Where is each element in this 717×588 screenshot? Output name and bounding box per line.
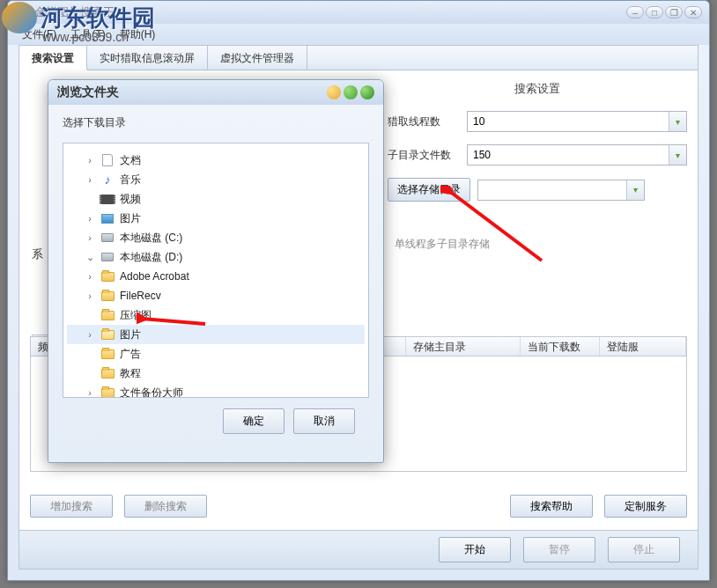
dialog-label: 选择下载目录 — [63, 115, 369, 130]
expander-icon[interactable]: › — [85, 329, 95, 340]
expander-icon[interactable]: › — [85, 232, 95, 243]
tree-item[interactable]: ›文档 — [67, 151, 365, 170]
add-search-button[interactable]: 增加搜索 — [30, 495, 113, 518]
settings-title: 搜索设置 — [388, 81, 687, 97]
dialog-title: 浏览文件夹 — [57, 85, 327, 100]
tree-item[interactable]: ›FileRecv — [67, 286, 365, 305]
tree-item-label: 视频 — [120, 192, 141, 207]
tree-item[interactable]: ›♪音乐 — [67, 170, 365, 189]
tree-item-label: 本地磁盘 (C:) — [120, 231, 182, 246]
min-button[interactable]: – — [626, 6, 644, 18]
tree-item-label: 压缩图 — [120, 308, 152, 323]
expander-icon[interactable]: › — [85, 387, 95, 398]
subdirs-input[interactable] — [468, 145, 669, 165]
disk-icon — [100, 250, 115, 264]
menu-tools[interactable]: 工具(T) — [65, 26, 110, 44]
vid-icon — [100, 192, 115, 206]
tree-item[interactable]: 广告 — [67, 344, 365, 364]
tree-item-label: 文件备份大师 — [120, 386, 183, 399]
menubar: 文件(F) 工具(T) 帮助(H) — [8, 24, 709, 45]
folder-icon — [100, 269, 115, 283]
close-button[interactable]: ✕ — [684, 6, 702, 18]
tree-item[interactable]: ⌄本地磁盘 (D:) — [67, 247, 365, 267]
folder-icon — [100, 308, 115, 322]
window-title: 金蝉图片搜索王 — [34, 4, 626, 20]
tree-item-label: 本地磁盘 (D:) — [120, 250, 182, 265]
dir-browse[interactable]: ▾ — [626, 180, 644, 200]
tree-item-label: 文档 — [120, 153, 141, 168]
browse-folder-dialog: 浏览文件夹 选择下载目录 ›文档›♪音乐视频›图片›本地磁盘 (C:)⌄本地磁盘… — [48, 79, 384, 463]
expander-icon[interactable]: › — [85, 271, 95, 282]
tab-log[interactable]: 实时猎取信息滚动屏 — [87, 46, 208, 70]
titlebar[interactable]: 金蝉图片搜索王 – □ ❐ ✕ — [8, 1, 709, 24]
tree-item[interactable]: ›文件备份大师 — [67, 383, 365, 398]
del-search-button[interactable]: 删除搜索 — [124, 495, 207, 518]
tree-item-label: 音乐 — [120, 173, 141, 187]
tree-item-label: 广告 — [120, 347, 141, 362]
subdirs-spin[interactable]: ▾ — [669, 145, 686, 165]
tree-item-label: 图片 — [120, 211, 141, 226]
col-login[interactable]: 登陆服 — [600, 337, 686, 356]
sys-label: 系 — [32, 246, 43, 262]
dialog-min-icon[interactable] — [327, 85, 341, 99]
menu-file[interactable]: 文件(F) — [17, 26, 62, 44]
dialog-titlebar[interactable]: 浏览文件夹 — [48, 80, 383, 105]
tree-item[interactable]: ›Adobe Acrobat — [67, 267, 365, 286]
settings-panel: 搜索设置 猎取线程数 ▾ 子目录文件数 ▾ 选择存储目录 ▾ — [388, 81, 687, 252]
restore-button[interactable]: ❐ — [665, 6, 683, 18]
threads-input-wrap: ▾ — [467, 111, 687, 132]
expander-icon[interactable]: › — [85, 213, 95, 224]
tab-search-settings[interactable]: 搜索设置 — [19, 46, 87, 70]
tree-item[interactable]: ›图片 — [67, 325, 365, 344]
folder-icon — [100, 289, 115, 303]
tab-vfm[interactable]: 虚拟文件管理器 — [208, 46, 307, 70]
expander-icon[interactable]: › — [85, 155, 95, 165]
dialog-close-icon[interactable] — [360, 85, 374, 99]
folder-icon — [100, 366, 115, 380]
folder-open-icon — [100, 327, 115, 342]
search-help-button[interactable]: 搜索帮助 — [510, 495, 593, 518]
tree-item[interactable]: 教程 — [67, 364, 365, 383]
col-dir[interactable]: 存储主目录 — [406, 337, 521, 356]
ok-button[interactable]: 确定 — [223, 408, 285, 434]
pause-button[interactable]: 暂停 — [523, 537, 595, 562]
expander-icon[interactable]: › — [85, 174, 95, 185]
tree-item[interactable]: 压缩图 — [67, 305, 365, 325]
threads-spin[interactable]: ▾ — [669, 112, 686, 131]
start-button[interactable]: 开始 — [439, 537, 511, 562]
note-icon: ♪ — [100, 173, 115, 187]
tree-item-label: FileRecv — [120, 290, 161, 302]
custom-service-button[interactable]: 定制服务 — [604, 495, 687, 518]
threads-input[interactable] — [468, 112, 669, 131]
bottom-buttons: 增加搜索 删除搜索 搜索帮助 定制服务 — [30, 499, 687, 514]
expander-icon[interactable]: ⌄ — [85, 252, 95, 263]
footer: 开始 暂停 停止 — [19, 530, 698, 569]
folder-tree[interactable]: ›文档›♪音乐视频›图片›本地磁盘 (C:)⌄本地磁盘 (D:)›Adobe A… — [63, 143, 369, 398]
menu-help[interactable]: 帮助(H) — [115, 26, 161, 44]
max-button[interactable]: □ — [646, 6, 663, 18]
expander-icon[interactable]: › — [85, 290, 95, 301]
tree-item[interactable]: ›本地磁盘 (C:) — [67, 228, 365, 247]
tree-item-label: Adobe Acrobat — [120, 270, 189, 283]
tree-item[interactable]: ›图片 — [67, 209, 365, 228]
disk-icon — [100, 231, 115, 245]
img-icon — [100, 211, 115, 225]
folder-icon — [100, 347, 115, 361]
cancel-button[interactable]: 取消 — [293, 408, 355, 434]
subdirs-input-wrap: ▾ — [467, 144, 687, 165]
tree-item-label: 教程 — [120, 366, 141, 381]
subdirs-label: 子目录文件数 — [388, 148, 467, 163]
tree-item[interactable]: 视频 — [67, 189, 365, 209]
dir-input-wrap: ▾ — [477, 180, 645, 201]
threads-label: 猎取线程数 — [388, 114, 467, 129]
storage-hint: 单线程多子目录存储 — [395, 237, 687, 252]
file-icon — [100, 153, 115, 167]
choose-dir-button[interactable]: 选择存储目录 — [388, 178, 470, 202]
folder-icon — [100, 386, 115, 398]
app-icon — [15, 5, 29, 19]
stop-button[interactable]: 停止 — [608, 537, 680, 562]
col-count[interactable]: 当前下载数 — [521, 337, 600, 356]
dir-input[interactable] — [478, 184, 626, 196]
dialog-max-icon[interactable] — [344, 85, 358, 99]
tree-item-label: 图片 — [120, 327, 141, 342]
